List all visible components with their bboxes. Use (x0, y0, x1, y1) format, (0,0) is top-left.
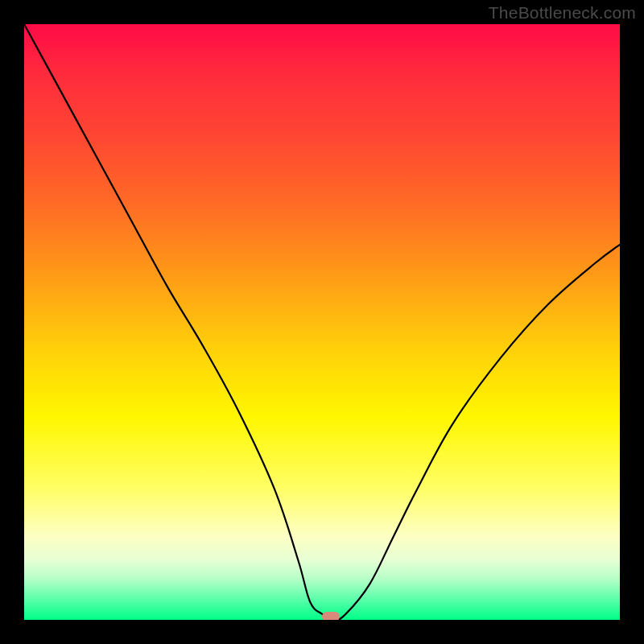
watermark-text: TheBottleneck.com (489, 3, 636, 23)
curve-path (24, 24, 620, 620)
bottleneck-curve (24, 24, 620, 620)
plot-area (24, 24, 620, 620)
optimum-marker (322, 612, 340, 620)
